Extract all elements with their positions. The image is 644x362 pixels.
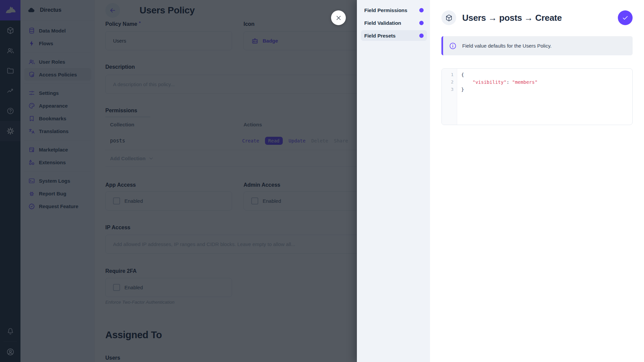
line-number: 1 [442,71,453,78]
line-number: 2 [442,78,453,86]
info-banner: Field value defaults for the Users Polic… [441,36,633,55]
code-line: "visibility": "members" [461,78,632,86]
line-number-gutter: 1 2 3 [442,69,457,125]
drawer-backdrop[interactable] [0,0,357,362]
close-icon [335,14,342,21]
status-dot [419,8,424,12]
drawer-tab-list: Field Permissions Field Validation Field… [357,0,430,362]
info-banner-text: Field value defaults for the Users Polic… [462,43,552,49]
directus-app: Directus Data Model Flows User Roles Acc… [0,0,644,362]
box-icon [445,14,453,22]
drawer-header-badge [441,10,456,25]
tab-label: Field Permissions [364,7,407,13]
save-button[interactable] [618,10,633,25]
tab-label: Field Presets [364,33,395,39]
status-dot [419,21,424,25]
code-content: { "visibility": "members" } [457,69,632,125]
close-drawer-button[interactable] [331,10,346,25]
status-dot [419,34,424,38]
line-number: 3 [442,86,453,93]
code-line: } [461,86,632,93]
drawer-panel: Users → posts → Create Field value defau… [430,0,644,362]
tab-field-presets[interactable]: Field Presets [361,30,427,41]
code-line: { [461,71,632,78]
check-icon [622,14,629,21]
tab-field-validation[interactable]: Field Validation [361,17,427,28]
info-icon [449,42,457,50]
tab-field-permissions[interactable]: Field Permissions [361,5,427,15]
field-presets-code-editor[interactable]: 1 2 3 { "visibility": "members" } [441,68,633,125]
tab-label: Field Validation [364,20,401,26]
drawer-header: Users → posts → Create [441,10,633,25]
drawer-title: Users → posts → Create [462,13,562,23]
